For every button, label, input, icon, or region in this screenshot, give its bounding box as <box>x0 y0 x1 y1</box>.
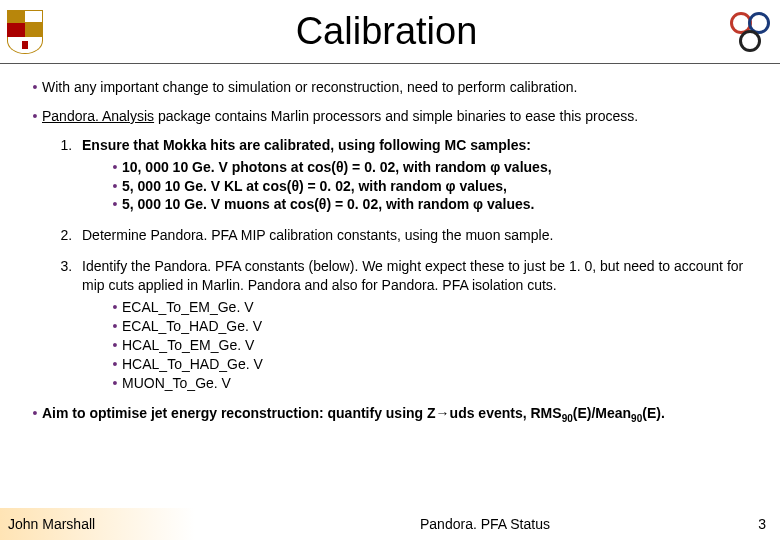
bullet-1-text: With any important change to simulation … <box>42 78 752 97</box>
footer-author: John Marshall <box>0 516 250 532</box>
bullet-icon: • <box>108 298 122 317</box>
step-2-text: Determine Pandora. PFA MIP calibration c… <box>82 227 553 243</box>
step-3-item: HCAL_To_EM_Ge. V <box>122 336 254 355</box>
bullet-icon: • <box>108 336 122 355</box>
bullet-icon: • <box>108 355 122 374</box>
slide-title: Calibration <box>43 10 730 53</box>
clc-logo-icon <box>730 12 770 52</box>
content-area: • With any important change to simulatio… <box>0 64 780 426</box>
bullet-3-text: Aim to optimise jet energy reconstructio… <box>42 404 752 425</box>
step-1-item: 5, 000 10 Ge. V muons at cos(θ) = 0. 02,… <box>122 195 534 214</box>
title-band: Calibration <box>0 0 780 64</box>
step-1: Ensure that Mokka hits are calibrated, u… <box>76 136 752 215</box>
bullet-icon: • <box>28 107 42 126</box>
step-2: Determine Pandora. PFA MIP calibration c… <box>76 226 752 245</box>
step-1-head: Ensure that Mokka hits are calibrated, u… <box>82 137 531 153</box>
step-3-item: HCAL_To_HAD_Ge. V <box>122 355 263 374</box>
step-3: Identify the Pandora. PFA constants (bel… <box>76 257 752 392</box>
bullet-1: • With any important change to simulatio… <box>28 78 752 97</box>
step-1-item: 10, 000 10 Ge. V photons at cos(θ) = 0. … <box>122 158 552 177</box>
step-3-item: MUON_To_Ge. V <box>122 374 231 393</box>
step-3-sublist: •ECAL_To_EM_Ge. V •ECAL_To_HAD_Ge. V •HC… <box>108 298 752 392</box>
bullet-2: • Pandora. Analysis package contains Mar… <box>28 107 752 126</box>
bullet-icon: • <box>108 177 122 196</box>
bullet-3: • Aim to optimise jet energy reconstruct… <box>28 404 752 425</box>
bullet-icon: • <box>28 78 42 97</box>
step-1-sublist: •10, 000 10 Ge. V photons at cos(θ) = 0.… <box>108 158 752 215</box>
numbered-steps: Ensure that Mokka hits are calibrated, u… <box>76 136 752 393</box>
emph-pandora-analysis: Pandora. Analysis <box>42 108 154 124</box>
bullet-icon: • <box>108 158 122 177</box>
bullet-icon: • <box>108 195 122 214</box>
cambridge-shield-icon <box>7 10 43 54</box>
bullet-icon: • <box>108 374 122 393</box>
step-3-item: ECAL_To_EM_Ge. V <box>122 298 254 317</box>
bullet-2-text: Pandora. Analysis package contains Marli… <box>42 107 752 126</box>
footer: John Marshall Pandora. PFA Status 3 <box>0 508 780 540</box>
bullet-icon: • <box>28 404 42 425</box>
step-3-head: Identify the Pandora. PFA constants (bel… <box>82 258 743 293</box>
bullet-icon: • <box>108 317 122 336</box>
footer-page-number: 3 <box>720 516 780 532</box>
step-1-item: 5, 000 10 Ge. V KL at cos(θ) = 0. 02, wi… <box>122 177 507 196</box>
slide: Calibration • With any important change … <box>0 0 780 540</box>
step-3-item: ECAL_To_HAD_Ge. V <box>122 317 262 336</box>
footer-status: Pandora. PFA Status <box>250 516 720 532</box>
